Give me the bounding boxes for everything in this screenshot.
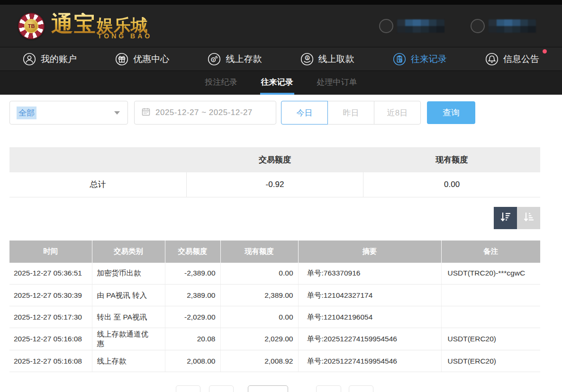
sort-ascending-button[interactable] — [517, 207, 540, 229]
records-icon — [393, 53, 406, 66]
cell-summary: 单号:121042196054 — [298, 306, 441, 328]
date-range-value: 2025-12-27 ~ 2025-12-27 — [155, 108, 253, 117]
table-row: 2025-12-27 05:17:30 转出 至 PA视讯 -2,029.00 … — [9, 306, 540, 328]
pagination-page-select[interactable] — [248, 385, 288, 392]
sub-nav: 投注纪录 往来记录 处理中订单 — [0, 71, 562, 95]
nav-item-promotions[interactable]: 优惠中心 — [115, 53, 169, 66]
brand-logo[interactable]: TB 通宝娱乐城 TONG BAO — [18, 13, 152, 39]
nav-item-label: 线上取款 — [318, 53, 354, 65]
nav-item-announcements[interactable]: 信息公告 — [485, 53, 539, 66]
cell-current-amount: 0.00 — [220, 306, 298, 328]
quick-date-group: 今日 昨日 近8日 — [281, 101, 421, 125]
nav-item-my-account[interactable]: 我的账户 — [23, 53, 77, 66]
cell-summary: 单号:202512274159954546 — [298, 350, 441, 372]
nav-item-transaction-records[interactable]: 往来记录 — [393, 53, 447, 66]
col-header-type: 交易类别 — [92, 241, 165, 263]
chevron-down-icon — [114, 111, 120, 115]
tab-pending-orders[interactable]: 处理中订单 — [316, 71, 358, 95]
pagination-button[interactable] — [176, 385, 200, 392]
quick-date-yesterday[interactable]: 昨日 — [327, 101, 374, 125]
nav-item-deposit[interactable]: ¥ 线上存款 — [208, 53, 262, 66]
sort-asc-icon — [523, 211, 535, 225]
cell-current-amount: 2,008.92 — [220, 350, 298, 372]
summary-transaction-amount: -0.92 — [186, 172, 363, 197]
cell-type: 加密货币出款 — [92, 263, 165, 285]
redacted-text-block — [489, 19, 536, 33]
gift-icon — [115, 53, 128, 66]
table-row: 2025-12-27 05:16:08 线上存款 2,008.00 2,008.… — [9, 350, 540, 372]
logo-title-big: 通宝 — [51, 11, 97, 36]
main-nav: 我的账户 优惠中心 ¥ 线上存款 $ 线上取款 — [0, 47, 562, 71]
cell-current-amount: 2,029.00 — [220, 328, 298, 350]
cell-time: 2025-12-27 05:16:08 — [9, 328, 92, 350]
search-button[interactable]: 查询 — [427, 101, 475, 124]
redacted-text-block — [397, 19, 444, 33]
cell-transaction-amount: -2,029.00 — [165, 306, 220, 328]
avatar-icon — [379, 19, 393, 33]
cell-summary: 单号:202512274159954546 — [298, 328, 441, 350]
redacted-balance-info[interactable] — [471, 19, 536, 33]
cell-summary: 单号:763370916 — [298, 263, 441, 285]
cell-current-amount: 2,389.00 — [220, 285, 298, 306]
cell-type: 线上存款通道优惠 — [92, 328, 165, 350]
type-select[interactable]: 全部 — [9, 101, 128, 125]
date-range-picker[interactable]: 2025-12-27 ~ 2025-12-27 — [134, 101, 276, 125]
col-header-current-amount: 现有额度 — [220, 241, 298, 263]
cell-summary: 单号:121042327174 — [298, 285, 441, 306]
quick-date-last8days[interactable]: 近8日 — [374, 101, 421, 125]
withdraw-icon: $ — [300, 53, 314, 66]
redacted-user-info[interactable] — [379, 19, 444, 33]
type-select-value: 全部 — [17, 107, 36, 119]
summary-current-amount: 0.00 — [363, 172, 540, 197]
cell-remark: USDT(ERC20) — [441, 328, 540, 350]
summary-header-current: 现有额度 — [363, 147, 540, 172]
nav-item-withdraw[interactable]: $ 线上取款 — [300, 53, 354, 66]
cell-remark — [441, 285, 540, 306]
page-content: 全部 2025-12-27 ~ 2025-12-27 今日 昨日 近8日 查询 — [0, 95, 562, 392]
bell-icon — [485, 53, 499, 66]
sort-desc-icon — [499, 211, 512, 225]
cell-time: 2025-12-27 05:36:51 — [9, 263, 92, 285]
user-icon — [23, 53, 36, 66]
col-header-remark: 备注 — [441, 241, 540, 263]
summary-header-transaction: 交易额度 — [186, 147, 363, 172]
pagination-button[interactable] — [316, 385, 341, 392]
cell-transaction-amount: 2,008.00 — [165, 350, 220, 372]
cell-remark — [441, 306, 540, 328]
avatar-icon — [471, 19, 485, 33]
tab-transaction-records[interactable]: 往来记录 — [260, 71, 294, 95]
table-row: 2025-12-27 05:36:51 加密货币出款 -2,389.00 0.0… — [9, 263, 540, 285]
summary-row: 总计 -0.92 0.00 — [9, 172, 540, 197]
summary-table: 交易额度 现有额度 总计 -0.92 0.00 — [9, 147, 540, 197]
sort-controls — [9, 207, 540, 229]
nav-item-label: 我的账户 — [41, 53, 77, 65]
nav-item-label: 线上存款 — [226, 53, 262, 65]
casino-chip-icon: TB — [18, 13, 45, 39]
top-strip — [0, 0, 562, 5]
tab-bet-records[interactable]: 投注纪录 — [204, 71, 238, 95]
records-header-row: 时间 交易类别 交易额度 现有额度 摘要 备注 — [9, 241, 540, 263]
sort-descending-button[interactable] — [494, 207, 517, 229]
cell-time: 2025-12-27 05:17:30 — [9, 306, 92, 328]
quick-date-today[interactable]: 今日 — [281, 101, 328, 125]
logo-text: 通宝娱乐城 TONG BAO — [51, 13, 152, 39]
summary-total-label: 总计 — [9, 172, 186, 197]
pagination-button[interactable] — [349, 385, 373, 392]
pagination-button[interactable] — [209, 385, 234, 392]
deposit-icon: ¥ — [208, 53, 221, 66]
cell-time: 2025-12-27 05:30:39 — [9, 285, 92, 306]
table-row: 2025-12-27 05:30:39 由 PA视讯 转入 2,389.00 2… — [9, 285, 540, 306]
pagination — [9, 385, 540, 392]
cell-remark: USDT(ERC20) — [441, 350, 540, 372]
col-header-summary: 摘要 — [298, 241, 441, 263]
calendar-icon — [141, 107, 151, 118]
col-header-transaction-amount: 交易额度 — [165, 241, 220, 263]
logo-subtitle: TONG BAO — [98, 33, 152, 39]
cell-current-amount: 0.00 — [220, 263, 298, 285]
records-table: 时间 交易类别 交易额度 现有额度 摘要 备注 2025-12-27 05:36… — [9, 241, 540, 373]
cell-transaction-amount: -2,389.00 — [165, 263, 220, 285]
site-header: TB 通宝娱乐城 TONG BAO — [0, 5, 562, 47]
col-header-time: 时间 — [9, 241, 92, 263]
nav-item-label: 信息公告 — [503, 53, 539, 65]
cell-remark: USDT(TRC20)-***cgwC — [441, 263, 540, 285]
